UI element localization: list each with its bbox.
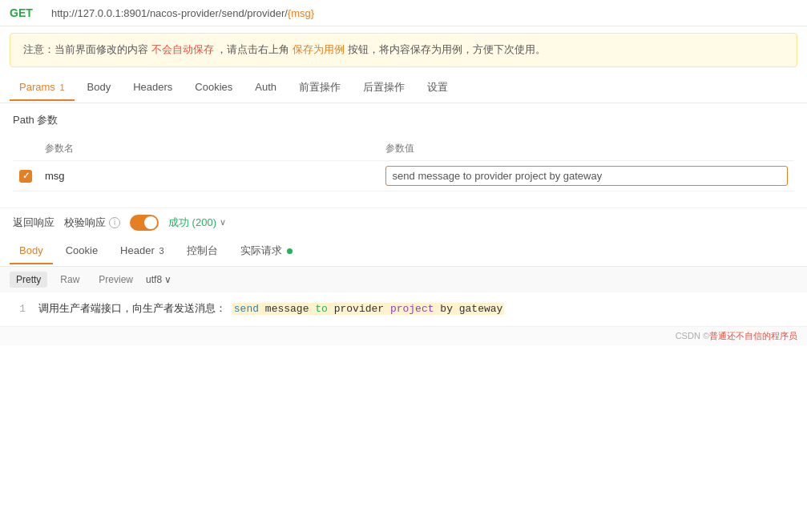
tab-params-badge: 1: [59, 83, 64, 92]
encoding-label: utf8: [146, 274, 162, 285]
dot-green-icon: [287, 248, 293, 254]
line-number: 1: [13, 300, 26, 318]
validate-label: 校验响应 i: [64, 216, 120, 230]
resp-tab-body[interactable]: Body: [10, 238, 53, 264]
resp-tab-console[interactable]: 控制台: [177, 237, 228, 266]
param-name-cell: msg: [38, 160, 379, 191]
notice-text-2: ，请点击右上角: [216, 43, 289, 55]
resp-tab-cookie[interactable]: Cookie: [56, 238, 107, 264]
code-text-message: message: [265, 303, 315, 315]
param-value-cell[interactable]: [379, 160, 794, 191]
response-label: 返回响应: [13, 216, 54, 230]
tab-headers[interactable]: Headers: [123, 75, 182, 101]
url-prefix: http://127.0.0.1:8901/nacos-provider/sen…: [51, 7, 288, 19]
notice-text-3: 按钮，将内容保存为用例，方便下次使用。: [348, 43, 546, 55]
tab-body[interactable]: Body: [78, 75, 121, 101]
url-param: {msg}: [288, 7, 314, 19]
param-checkbox[interactable]: [19, 170, 32, 183]
resp-tab-header-badge: 3: [159, 246, 163, 256]
code-text-provider: provider: [334, 303, 390, 315]
watermark: CSDN ©普通还不自信的程序员: [0, 326, 807, 345]
resp-tab-cookie-label: Cookie: [66, 244, 98, 256]
table-row: msg: [13, 160, 794, 191]
chevron-down-icon[interactable]: ∨: [220, 217, 226, 228]
notice-bar: 注意：当前界面修改的内容 不会自动保存 ，请点击右上角 保存为用例 按钮，将内容…: [10, 33, 797, 67]
tab-cookies[interactable]: Cookies: [185, 75, 242, 101]
resp-tab-actual-request[interactable]: 实际请求: [231, 237, 303, 266]
tab-auth-label: Auth: [255, 81, 276, 93]
tab-headers-label: Headers: [133, 81, 172, 93]
url-display: http://127.0.0.1:8901/nacos-provider/sen…: [51, 7, 314, 19]
watermark-text: CSDN ©普通还不自信的程序员: [676, 331, 797, 341]
tab-cookies-label: Cookies: [195, 81, 232, 93]
params-table: 参数名 参数值 msg: [13, 137, 794, 191]
code-content: 调用生产者端接口，向生产者发送消息： send message to provi…: [38, 300, 794, 318]
params-tab-bar: Params 1 Body Headers Cookies Auth 前置操作 …: [0, 74, 807, 103]
tab-body-label: Body: [87, 81, 111, 93]
code-line-1: 1 调用生产者端接口，向生产者发送消息： send message to pro…: [13, 300, 794, 318]
tab-params-label: Params: [19, 81, 55, 93]
param-name-value: msg: [45, 170, 65, 182]
tab-pre-action[interactable]: 前置操作: [289, 74, 350, 103]
code-chinese-text: 调用生产者端接口，向生产者发送消息：: [38, 303, 226, 315]
col-check: [13, 137, 38, 161]
tab-post-action-label: 后置操作: [363, 81, 405, 93]
tab-params[interactable]: Params 1: [10, 75, 75, 101]
encoding-select[interactable]: utf8 ∨: [146, 274, 171, 285]
status-text: 成功 (200) ∨: [168, 216, 226, 230]
code-area: 1 调用生产者端接口，向生产者发送消息： send message to pro…: [0, 292, 807, 326]
resp-tab-console-label: 控制台: [187, 244, 218, 256]
status-label: 成功 (200): [168, 216, 216, 230]
col-param-value: 参数值: [379, 137, 794, 161]
code-text-by: by gateway: [440, 303, 502, 315]
code-highlight-box: send message to provider project by gate…: [232, 303, 505, 315]
encoding-chevron-icon: ∨: [164, 274, 171, 285]
tab-settings-label: 设置: [427, 81, 448, 93]
code-keyword-send: send: [234, 303, 259, 315]
resp-tab-body-label: Body: [19, 244, 43, 256]
notice-red-text: 不会自动保存: [151, 43, 214, 55]
http-method: GET: [10, 6, 38, 19]
code-keyword-to: to: [315, 303, 328, 315]
resp-tab-header[interactable]: Header 3: [111, 238, 173, 264]
code-keyword-project: project: [390, 303, 434, 315]
params-section: Path 参数 参数名 参数值 msg: [0, 103, 807, 201]
col-param-name: 参数名: [38, 137, 379, 161]
notice-orange-text: 保存为用例: [293, 43, 345, 55]
url-bar: GET http://127.0.0.1:8901/nacos-provider…: [0, 0, 807, 26]
format-preview-button[interactable]: Preview: [92, 272, 139, 288]
validate-toggle[interactable]: [130, 215, 159, 231]
tab-post-action[interactable]: 后置操作: [353, 74, 414, 103]
format-pretty-button[interactable]: Pretty: [10, 272, 47, 288]
tab-pre-action-label: 前置操作: [299, 81, 341, 93]
tab-settings[interactable]: 设置: [418, 74, 458, 103]
format-raw-button[interactable]: Raw: [54, 272, 86, 288]
resp-tab-actual-request-label: 实际请求: [240, 244, 282, 256]
tab-auth[interactable]: Auth: [245, 75, 286, 101]
notice-text-1: 注意：当前界面修改的内容: [23, 43, 148, 55]
response-bar: 返回响应 校验响应 i 成功 (200) ∨: [0, 208, 807, 237]
resp-tab-header-label: Header: [120, 244, 155, 256]
row-checkbox-cell: [13, 160, 38, 191]
param-value-input[interactable]: [385, 166, 788, 186]
response-tab-bar: Body Cookie Header 3 控制台 实际请求: [0, 237, 807, 267]
params-section-title: Path 参数: [13, 113, 794, 127]
info-icon: i: [109, 217, 120, 228]
format-bar: Pretty Raw Preview utf8 ∨: [0, 267, 807, 292]
